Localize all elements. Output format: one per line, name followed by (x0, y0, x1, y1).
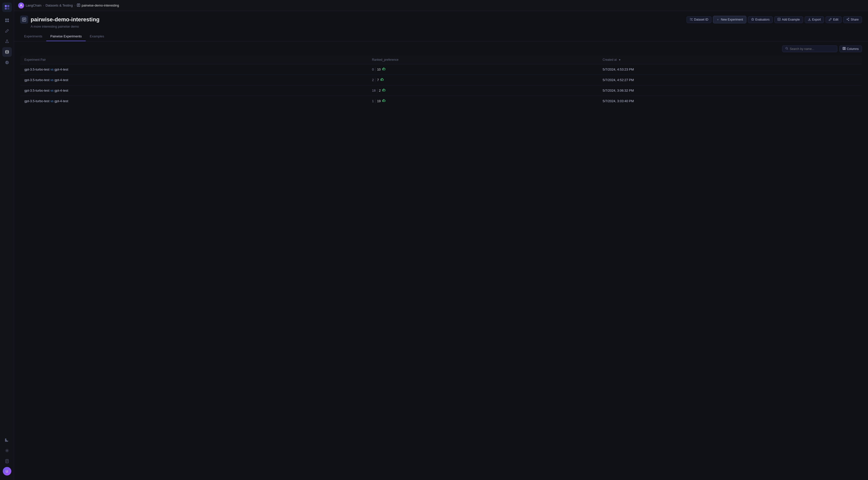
sidebar-item-docs[interactable] (2, 456, 12, 466)
svg-rect-2 (5, 7, 7, 9)
breadcrumb-langchain[interactable]: LangChain (26, 3, 41, 7)
exp-left-0: gpt-3.5-turbo-test (24, 68, 50, 71)
columns-icon (843, 47, 846, 51)
col-header-created[interactable]: Created at ▼ (599, 56, 862, 64)
new-experiment-label: New Experiment (721, 18, 743, 21)
dataset-id-button[interactable]: Dataset ID (687, 16, 712, 23)
export-button[interactable]: Export (805, 16, 824, 23)
sidebar-item-grid[interactable] (2, 15, 12, 25)
ranked-divider-1 (375, 78, 375, 82)
user-avatar[interactable]: U (3, 467, 11, 476)
thumbs-up-icon-3 (382, 99, 386, 103)
table-toolbar: Columns (20, 45, 862, 52)
tab-pairwise[interactable]: Pairwise Experiments (46, 32, 86, 41)
app-logo[interactable] (2, 2, 12, 12)
add-example-button[interactable]: Add Example (774, 16, 803, 23)
table-row[interactable]: gpt-3.5-turbo-test vs gpt-4-test 2 7 5/7… (20, 75, 862, 85)
search-box[interactable] (782, 45, 837, 52)
ranked-divider-3 (375, 99, 375, 103)
sidebar-item-globe[interactable] (2, 58, 12, 67)
svg-rect-1 (7, 5, 9, 7)
exp-left-2: gpt-3.5-turbo-test (24, 89, 50, 92)
breadcrumb-datasets[interactable]: Datasets & Testing (45, 3, 73, 7)
cell-created-3: 5/7/2024, 3:03:40 PM (599, 96, 862, 106)
cell-ranked-0: 0 10 (368, 64, 599, 75)
cell-pair-3: gpt-3.5-turbo-test vs gpt-4-test (20, 96, 368, 106)
table-row[interactable]: gpt-3.5-turbo-test vs gpt-4-test 1 19 5/… (20, 96, 862, 106)
breadcrumb-sep-2: › (74, 3, 75, 7)
evaluators-label: Evaluators (755, 18, 770, 21)
breadcrumb-avatar (18, 2, 24, 8)
svg-rect-21 (844, 47, 845, 50)
toolbar: Dataset ID ＋ New Experiment Evaluators (687, 16, 862, 23)
ranked-right-3: 19 (377, 99, 380, 103)
thumbs-up-icon-0 (382, 67, 386, 72)
cell-ranked-1: 2 7 (368, 75, 599, 85)
page-header: pairwise-demo-interesting Dataset ID ＋ N… (14, 11, 868, 32)
svg-rect-3 (7, 7, 9, 9)
breadcrumb-dataset-icon (77, 3, 80, 7)
share-label: Share (851, 18, 859, 21)
svg-rect-4 (5, 19, 7, 20)
exp-left-1: gpt-3.5-turbo-test (24, 78, 50, 82)
exp-left-3: gpt-3.5-turbo-test (24, 99, 50, 103)
table-row[interactable]: gpt-3.5-turbo-test vs gpt-4-test 18 2 5/… (20, 85, 862, 96)
breadcrumb-current[interactable]: pairwise-demo-interesting (82, 3, 119, 7)
add-example-icon (778, 18, 780, 22)
evaluators-button[interactable]: Evaluators (748, 16, 773, 23)
cell-ranked-3: 1 19 (368, 96, 599, 106)
sort-icon: ▼ (618, 59, 621, 61)
ranked-right-2: 2 (379, 89, 381, 92)
svg-rect-5 (7, 19, 9, 20)
exp-right-1: gpt-4-test (55, 78, 68, 82)
columns-button[interactable]: Columns (839, 45, 862, 52)
ranked-left-2: 18 (372, 89, 375, 92)
link-icon (690, 18, 693, 22)
table-row[interactable]: gpt-3.5-turbo-test vs gpt-4-test 0 10 5/… (20, 64, 862, 75)
exp-vs-2: vs (51, 89, 54, 92)
cell-created-2: 5/7/2024, 3:06:32 PM (599, 85, 862, 96)
sidebar-item-experiments[interactable] (2, 37, 12, 46)
plus-icon: ＋ (716, 17, 719, 22)
exp-right-0: gpt-4-test (55, 68, 68, 71)
ranked-right-0: 10 (377, 68, 380, 71)
sidebar-item-moon[interactable] (2, 435, 12, 445)
cell-ranked-2: 18 2 (368, 85, 599, 96)
svg-point-18 (848, 20, 849, 21)
cell-pair-2: gpt-3.5-turbo-test vs gpt-4-test (20, 85, 368, 96)
exp-right-2: gpt-4-test (55, 89, 68, 92)
col-header-pair: Experiment Pair (20, 56, 368, 64)
share-button[interactable]: Share (843, 16, 862, 23)
thumbs-up-icon-1 (380, 78, 384, 82)
data-table: Experiment Pair Ranked_preference Create… (20, 55, 862, 106)
svg-point-19 (785, 47, 787, 49)
export-icon (808, 18, 811, 22)
ranked-left-1: 2 (372, 78, 374, 82)
search-input[interactable] (790, 47, 834, 51)
share-icon (846, 18, 849, 22)
exp-right-3: gpt-4-test (55, 99, 68, 103)
tab-bar: Experiments Pairwise Experiments Example… (14, 32, 868, 41)
tab-experiments[interactable]: Experiments (20, 32, 46, 41)
export-label: Export (812, 18, 821, 21)
page-title-left: pairwise-demo-interesting (20, 15, 99, 24)
exp-vs-1: vs (51, 78, 54, 82)
svg-rect-20 (843, 47, 844, 50)
breadcrumb-sep-1: › (43, 3, 44, 7)
sidebar-item-edit[interactable] (2, 26, 12, 36)
search-icon (785, 47, 788, 51)
sidebar-item-datasets[interactable] (2, 47, 12, 57)
cell-pair-1: gpt-3.5-turbo-test vs gpt-4-test (20, 75, 368, 85)
svg-rect-7 (7, 21, 9, 22)
cell-pair-0: gpt-3.5-turbo-test vs gpt-4-test (20, 64, 368, 75)
cell-created-1: 5/7/2024, 4:52:27 PM (599, 75, 862, 85)
new-experiment-button[interactable]: ＋ New Experiment (713, 16, 746, 23)
dataset-id-label: Dataset ID (694, 18, 708, 21)
tab-examples[interactable]: Examples (86, 32, 108, 41)
main-content: LangChain › Datasets & Testing › pairwis… (14, 0, 868, 480)
columns-label: Columns (847, 47, 859, 51)
sidebar-item-settings[interactable] (2, 446, 12, 455)
page-title: pairwise-demo-interesting (31, 16, 99, 23)
edit-icon (829, 18, 832, 22)
edit-button[interactable]: Edit (826, 16, 842, 23)
